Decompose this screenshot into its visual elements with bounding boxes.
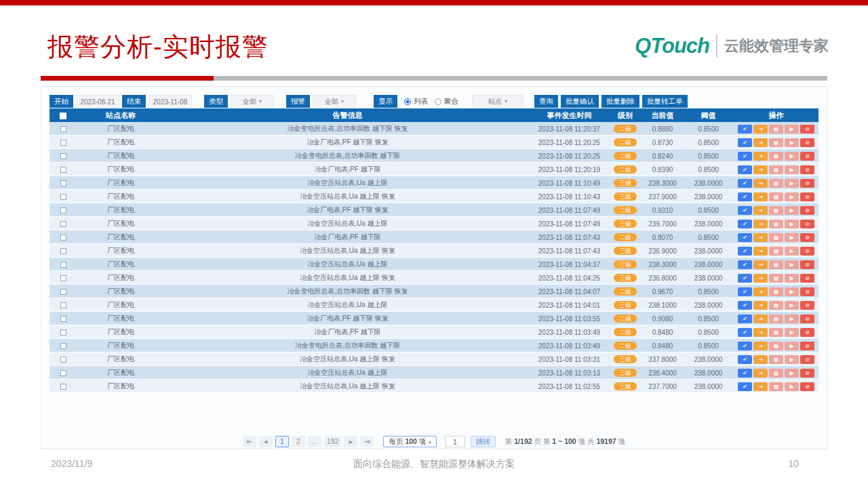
page-2-button[interactable]: 2	[292, 436, 305, 447]
confirm-action-button[interactable]: ✔	[738, 220, 752, 228]
image-action-button[interactable]: ▦	[769, 125, 783, 134]
row-checkbox[interactable]	[60, 126, 66, 132]
last-page-button[interactable]: ⇥	[360, 436, 374, 447]
delete-action-button[interactable]: ⊘	[800, 314, 814, 323]
end-date-field[interactable]: 2023-11-08	[149, 95, 192, 108]
confirm-action-button[interactable]: ✔	[738, 233, 752, 242]
delete-action-button[interactable]: ⊘	[800, 328, 814, 337]
ticket-action-button[interactable]: ⇥	[753, 206, 768, 215]
image-action-button[interactable]: ▦	[769, 314, 783, 323]
ticket-action-button[interactable]: ⇥	[753, 260, 768, 269]
image-action-button[interactable]: ▦	[769, 192, 783, 201]
delete-action-button[interactable]: ⊘	[800, 342, 814, 350]
row-checkbox[interactable]	[60, 343, 66, 349]
ticket-action-button[interactable]: ⇥	[753, 369, 768, 378]
image-action-button[interactable]: ▦	[769, 165, 783, 174]
video-action-button[interactable]: ▶	[785, 206, 799, 215]
video-action-button[interactable]: ▶	[785, 152, 799, 161]
ticket-action-button[interactable]: ⇥	[753, 165, 768, 174]
delete-action-button[interactable]: ⊘	[800, 138, 814, 147]
row-checkbox[interactable]	[60, 180, 66, 186]
prev-page-button[interactable]: ◂	[259, 436, 273, 447]
image-action-button[interactable]: ▦	[769, 138, 783, 147]
image-action-button[interactable]: ▦	[769, 342, 783, 350]
confirm-action-button[interactable]: ✔	[738, 301, 752, 310]
row-checkbox[interactable]	[60, 370, 66, 376]
page-192-button[interactable]: 192	[324, 436, 342, 447]
row-checkbox[interactable]	[60, 357, 66, 363]
ticket-action-button[interactable]: ⇥	[753, 314, 768, 323]
delete-action-button[interactable]: ⊘	[800, 287, 814, 296]
first-page-button[interactable]: ⇤	[243, 436, 256, 447]
delete-action-button[interactable]: ⊘	[800, 125, 814, 134]
delete-action-button[interactable]: ⊘	[800, 369, 814, 378]
row-checkbox[interactable]	[60, 153, 66, 159]
station-select[interactable]: 站点 ▾	[472, 95, 524, 108]
video-action-button[interactable]: ▶	[785, 233, 799, 242]
video-action-button[interactable]: ▶	[785, 125, 799, 134]
row-checkbox[interactable]	[60, 262, 66, 268]
video-action-button[interactable]: ▶	[785, 260, 799, 269]
image-action-button[interactable]: ▦	[769, 247, 783, 256]
video-action-button[interactable]: ▶	[785, 179, 799, 188]
video-action-button[interactable]: ▶	[785, 342, 799, 350]
video-action-button[interactable]: ▶	[785, 328, 799, 337]
confirm-action-button[interactable]: ✔	[738, 287, 752, 296]
ticket-action-button[interactable]: ⇥	[753, 247, 768, 256]
ticket-action-button[interactable]: ⇥	[753, 355, 768, 364]
image-action-button[interactable]: ▦	[769, 233, 783, 242]
image-action-button[interactable]: ▦	[769, 301, 783, 310]
ticket-action-button[interactable]: ⇥	[753, 125, 768, 134]
row-checkbox[interactable]	[60, 302, 66, 308]
video-action-button[interactable]: ▶	[785, 369, 799, 378]
confirm-action-button[interactable]: ✔	[738, 369, 752, 378]
video-action-button[interactable]: ▶	[785, 314, 799, 323]
image-action-button[interactable]: ▦	[769, 220, 783, 228]
delete-action-button[interactable]: ⊘	[800, 274, 814, 283]
batch-confirm-button[interactable]: 批量确认	[561, 95, 599, 108]
video-action-button[interactable]: ▶	[785, 382, 799, 391]
page-ellipsis-button[interactable]: …	[308, 436, 321, 447]
row-checkbox[interactable]	[60, 329, 66, 336]
video-action-button[interactable]: ▶	[785, 192, 799, 201]
delete-action-button[interactable]: ⊘	[800, 247, 814, 256]
row-checkbox[interactable]	[60, 194, 66, 200]
delete-action-button[interactable]: ⊘	[800, 152, 814, 161]
delete-action-button[interactable]: ⊘	[800, 301, 814, 310]
radio-list-option[interactable]: 列表	[404, 97, 428, 106]
delete-action-button[interactable]: ⊘	[800, 206, 814, 215]
ticket-action-button[interactable]: ⇥	[753, 152, 768, 161]
row-checkbox[interactable]	[60, 384, 66, 390]
delete-action-button[interactable]: ⊘	[800, 165, 814, 174]
ticket-action-button[interactable]: ⇥	[753, 287, 768, 296]
confirm-action-button[interactable]: ✔	[738, 125, 752, 134]
image-action-button[interactable]: ▦	[769, 287, 783, 296]
row-checkbox[interactable]	[60, 289, 66, 295]
row-checkbox[interactable]	[60, 167, 66, 173]
radio-aggregate-option[interactable]: 聚合	[435, 97, 458, 106]
confirm-action-button[interactable]: ✔	[738, 179, 752, 188]
delete-action-button[interactable]: ⊘	[800, 220, 814, 228]
ticket-action-button[interactable]: ⇥	[753, 301, 768, 310]
ticket-action-button[interactable]: ⇥	[753, 328, 768, 337]
image-action-button[interactable]: ▦	[769, 355, 783, 364]
delete-action-button[interactable]: ⊘	[800, 260, 814, 269]
ticket-action-button[interactable]: ⇥	[753, 192, 768, 201]
row-checkbox[interactable]	[60, 221, 66, 227]
row-checkbox[interactable]	[60, 207, 66, 214]
row-checkbox[interactable]	[60, 140, 66, 146]
confirm-action-button[interactable]: ✔	[738, 247, 752, 256]
confirm-action-button[interactable]: ✔	[738, 138, 752, 147]
image-action-button[interactable]: ▦	[769, 382, 783, 391]
jump-page-input[interactable]	[445, 436, 465, 447]
confirm-action-button[interactable]: ✔	[738, 260, 752, 269]
row-checkbox[interactable]	[60, 275, 66, 281]
confirm-action-button[interactable]: ✔	[738, 206, 752, 215]
batch-ticket-button[interactable]: 批量转工单	[642, 95, 688, 108]
confirm-action-button[interactable]: ✔	[738, 192, 752, 201]
delete-action-button[interactable]: ⊘	[800, 355, 814, 364]
delete-action-button[interactable]: ⊘	[800, 382, 814, 391]
ticket-action-button[interactable]: ⇥	[753, 382, 768, 391]
page-size-select[interactable]: 每页 100 项 ▴	[383, 436, 436, 447]
delete-action-button[interactable]: ⊘	[800, 233, 814, 242]
